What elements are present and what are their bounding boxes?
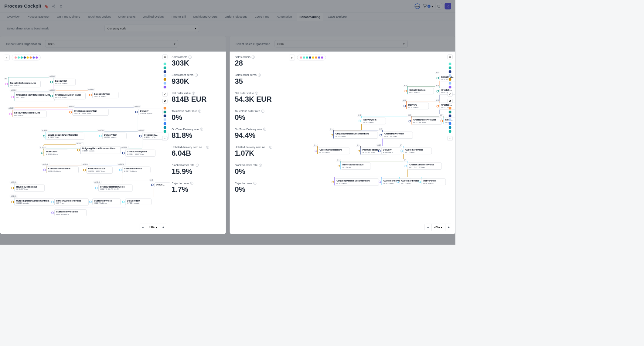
legend-sq[interactable] bbox=[449, 74, 451, 77]
legend-pill[interactable] bbox=[12, 55, 41, 61]
tab-cycle-time[interactable]: Cycle Time bbox=[252, 13, 272, 21]
sales-org-select[interactable]: CS01▾ bbox=[45, 40, 178, 47]
svg-text:DeliveryItem: DeliveryItem bbox=[127, 199, 140, 202]
legend-sq[interactable] bbox=[449, 66, 451, 69]
expand-btn[interactable]: ⤢ bbox=[162, 92, 167, 97]
info-icon[interactable]: i bbox=[206, 146, 209, 149]
edit-button[interactable] bbox=[445, 3, 451, 9]
tab-touchless-orders[interactable]: Touchless Orders bbox=[85, 13, 114, 21]
svg-point-57 bbox=[12, 96, 14, 98]
legend-sq[interactable] bbox=[449, 78, 451, 80]
fullscreen-btn[interactable]: ⤡ bbox=[448, 136, 453, 141]
legend-sq[interactable] bbox=[163, 107, 166, 109]
info-icon[interactable]: i bbox=[192, 92, 195, 95]
legend-sq[interactable] bbox=[449, 86, 451, 88]
metrics-column: Sales orders i303KSales order items i930… bbox=[170, 52, 226, 234]
legend-sq[interactable] bbox=[449, 63, 451, 65]
svg-text:ChangeSalesOrderScheduleLine: ChangeSalesOrderScheduleLine bbox=[16, 93, 50, 96]
tab-benchmarking[interactable]: Benchmarking bbox=[297, 13, 323, 21]
metric-value: 0% bbox=[235, 185, 284, 194]
legend-sq[interactable] bbox=[163, 122, 166, 125]
info-icon[interactable]: i bbox=[189, 56, 192, 59]
legend-sq[interactable] bbox=[449, 82, 451, 84]
metric-value: 15.9% bbox=[172, 167, 222, 176]
legend-sq[interactable] bbox=[163, 63, 166, 65]
legend-pill[interactable] bbox=[297, 55, 326, 61]
info-icon[interactable]: i bbox=[253, 182, 256, 185]
legend-sq[interactable] bbox=[163, 78, 166, 80]
sales-org-select[interactable]: CS02▾ bbox=[274, 40, 407, 47]
legend-sq[interactable] bbox=[163, 130, 166, 133]
hash-button[interactable]: # bbox=[289, 55, 295, 61]
legend-sq[interactable] bbox=[449, 118, 451, 121]
tab-process-explorer[interactable]: Process Explorer bbox=[24, 13, 52, 21]
svg-text:⊞ 82.8K: ⊞ 82.8K bbox=[121, 146, 128, 148]
info-icon[interactable]: i bbox=[255, 92, 258, 95]
legend-sq[interactable] bbox=[449, 115, 451, 117]
svg-text:⊞ 14: ⊞ 14 bbox=[314, 144, 317, 146]
legend-sq[interactable] bbox=[163, 82, 166, 84]
legend-sq[interactable] bbox=[163, 118, 166, 121]
collapse-btn[interactable]: ⇵ bbox=[162, 99, 167, 103]
layout-btn[interactable]: ▭ bbox=[162, 55, 167, 59]
fullscreen-btn[interactable]: ⤡ bbox=[162, 136, 167, 141]
zoom-out-btn[interactable]: − bbox=[425, 224, 432, 231]
svg-text:SalesOrder: SalesOrder bbox=[46, 150, 58, 153]
legend-sq[interactable] bbox=[163, 115, 166, 117]
legend-sq[interactable] bbox=[449, 70, 451, 73]
svg-text:⊞ 8 objects: ⊞ 8 objects bbox=[14, 114, 23, 116]
svg-text:CustomerInvoice: CustomerInvoice bbox=[124, 167, 142, 170]
info-icon[interactable]: i bbox=[190, 182, 193, 185]
tab-overview[interactable]: Overview bbox=[4, 13, 22, 21]
legend-sq[interactable] bbox=[449, 122, 451, 125]
legend-sq[interactable] bbox=[449, 111, 451, 113]
metric: Sales orders i28 bbox=[235, 55, 284, 67]
bookmark-icon[interactable]: 🔖 bbox=[44, 4, 49, 8]
zoom-in-btn[interactable]: + bbox=[445, 224, 452, 231]
svg-text:CustomerInvoiceItem: CustomerInvoiceItem bbox=[319, 148, 342, 151]
legend-sq[interactable] bbox=[163, 70, 166, 73]
collapse-btn[interactable]: ⇵ bbox=[448, 99, 453, 103]
info-icon[interactable]: i bbox=[195, 73, 198, 76]
share-icon[interactable] bbox=[52, 4, 56, 8]
gear-icon[interactable]: ⚙ bbox=[59, 4, 63, 8]
info-icon[interactable]: i bbox=[259, 164, 262, 167]
zoom-in-btn[interactable]: + bbox=[160, 224, 167, 231]
tab-order-blocks[interactable]: Order Blocks bbox=[116, 13, 138, 21]
info-icon[interactable]: i bbox=[198, 110, 201, 113]
legend-sq[interactable] bbox=[163, 74, 166, 77]
info-icon[interactable]: i bbox=[258, 73, 261, 76]
process-graph[interactable]: #▭⤢⇵⤡−43%▾+⊞ 7⊞ 301K⊞ 303K⊞ 904K⊞ 241K⊞ … bbox=[0, 52, 170, 234]
metric: On-Time Delivery rate i94.4% bbox=[235, 127, 284, 140]
tab-unbilled-orders[interactable]: Unbilled Orders bbox=[140, 13, 166, 21]
tab-time-to-bill[interactable]: Time to Bill bbox=[169, 13, 189, 21]
tab-unshipped-orders[interactable]: Unshipped Orders bbox=[190, 13, 220, 21]
zoom-out-btn[interactable]: − bbox=[139, 224, 146, 231]
tab-on-time-delivery[interactable]: On-Time Delivery bbox=[54, 13, 83, 21]
layout-btn[interactable]: ▭ bbox=[448, 55, 453, 59]
info-icon[interactable]: i bbox=[252, 56, 255, 59]
panel-toggle-button[interactable] bbox=[436, 3, 442, 9]
svg-text:⊞ 18 · 18 Times: ⊞ 18 · 18 Times bbox=[362, 151, 375, 153]
expand-btn[interactable]: ⤢ bbox=[448, 92, 453, 97]
info-icon[interactable]: i bbox=[261, 110, 264, 113]
legend-sq[interactable] bbox=[163, 86, 166, 88]
legend-sq[interactable] bbox=[449, 126, 451, 129]
info-icon[interactable]: i bbox=[263, 127, 266, 131]
info-icon[interactable]: i bbox=[196, 164, 199, 167]
legend-sq[interactable] bbox=[163, 66, 166, 69]
info-icon[interactable]: i bbox=[269, 146, 272, 149]
legend-sq[interactable] bbox=[449, 107, 451, 109]
cart-button[interactable]: 0 ▾ bbox=[423, 4, 433, 9]
legend-sq[interactable] bbox=[449, 130, 451, 133]
hash-button[interactable]: # bbox=[4, 55, 10, 61]
zoom-pct: 43% bbox=[149, 226, 154, 229]
legend-sq[interactable] bbox=[163, 111, 166, 113]
dimension-select[interactable]: Company code ▾ bbox=[105, 25, 199, 32]
tab-case-explorer[interactable]: Case Explorer bbox=[325, 13, 349, 21]
tab-automation[interactable]: Automation bbox=[274, 13, 295, 21]
process-graph[interactable]: #▭⤢⇵⤡−40%▾+⊞ 28⊞ 28⊞ 32⊞ 26⊞ 19⊞ 28⊞ 14⊞… bbox=[285, 52, 455, 234]
tab-order-rejections[interactable]: Order Rejections bbox=[222, 13, 250, 21]
legend-sq[interactable] bbox=[163, 126, 166, 129]
info-icon[interactable]: i bbox=[200, 127, 203, 131]
